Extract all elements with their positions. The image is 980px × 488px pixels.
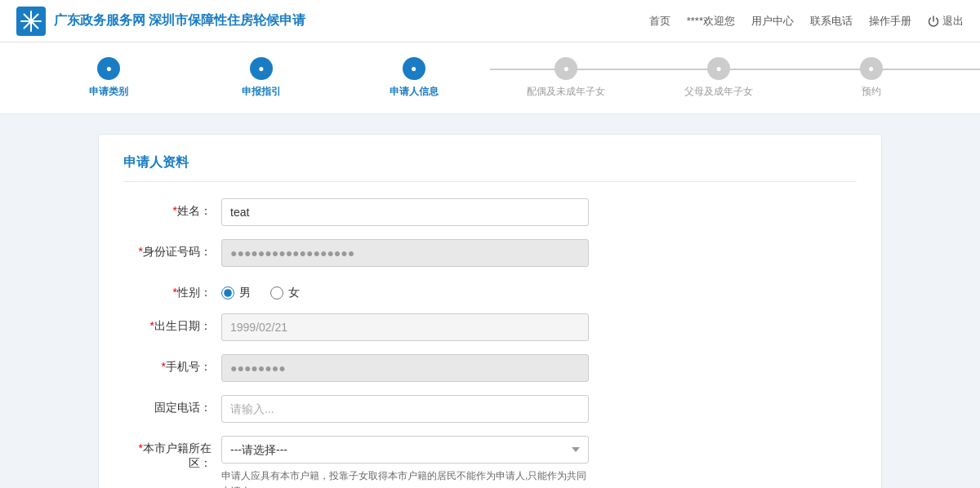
header-nav: 首页 ****欢迎您 用户中心 联系电话 操作手册 退出: [649, 14, 964, 29]
logout-button[interactable]: 退出: [928, 14, 964, 29]
id-label: *身份证号码：: [123, 239, 221, 260]
step-1-label: 申请类别: [89, 85, 128, 99]
step-2: ● 申报指引: [185, 57, 338, 99]
form-card: 申请人资料 *姓名： *身份证号码： *性别：: [98, 134, 882, 488]
step-6: ● 预约: [795, 57, 947, 99]
birth-required-star: *: [150, 319, 154, 332]
birth-row: *出生日期：: [123, 313, 857, 341]
name-label: *姓名：: [123, 198, 221, 219]
phone-input[interactable]: [221, 354, 589, 382]
phone-control: [221, 354, 589, 382]
step-3: ● 申请人信息: [337, 57, 490, 99]
district-hint: 申请人应具有本市户籍，投靠子女取得本市户籍的居民不能作为申请人,只能作为共同申请…: [221, 468, 589, 488]
district-control: ---请选择--- 申请人应具有本市户籍，投靠子女取得本市户籍的居民不能作为申请…: [221, 436, 589, 488]
district-label: *本市户籍所在区：: [123, 436, 221, 471]
name-control: [221, 198, 589, 226]
nav-home[interactable]: 首页: [649, 14, 670, 29]
nav-contact[interactable]: 联系电话: [810, 14, 853, 29]
gender-label: *性别：: [123, 280, 221, 300]
step-6-circle: ●: [860, 57, 883, 80]
stepper-bar: ● 申请类别 ● 申报指引 ● 申请人信息 ● 配偶及未成年子女 ● 父母及成年…: [0, 42, 980, 114]
landline-control: [221, 395, 589, 423]
district-select[interactable]: ---请选择---: [221, 436, 589, 464]
gender-female-radio[interactable]: [270, 286, 283, 299]
phone-row: *手机号：: [123, 354, 857, 382]
name-row: *姓名：: [123, 198, 857, 226]
phone-required-star: *: [162, 360, 166, 373]
step-5-circle: ●: [707, 57, 730, 80]
district-row: *本市户籍所在区： ---请选择--- 申请人应具有本市户籍，投靠子女取得本市户…: [123, 436, 857, 488]
step-2-circle: ●: [250, 57, 273, 80]
landline-input[interactable]: [221, 395, 589, 423]
gender-female-label: 女: [288, 286, 300, 300]
birth-label: *出生日期：: [123, 313, 221, 334]
gender-male-label: 男: [239, 286, 251, 300]
step-1-circle: ●: [97, 57, 120, 80]
gender-control: 男 女: [221, 280, 589, 300]
landline-label: 固定电话：: [123, 395, 221, 415]
power-icon: [928, 16, 939, 27]
id-control: [221, 239, 589, 267]
gender-row: *性别： 男 女: [123, 280, 857, 300]
birth-input[interactable]: [221, 313, 589, 341]
header-title: 广东政务服务网 深圳市保障性住房轮候申请: [54, 12, 305, 29]
nav-user-center[interactable]: 用户中心: [751, 14, 794, 29]
gender-required-star: *: [173, 286, 177, 299]
main-content: 申请人资料 *姓名： *身份证号码： *性别：: [0, 114, 980, 488]
id-input[interactable]: [221, 239, 589, 267]
nav-manual[interactable]: 操作手册: [869, 14, 911, 29]
gender-male-radio[interactable]: [221, 286, 234, 299]
header-left: 广东政务服务网 深圳市保障性住房轮候申请: [16, 7, 305, 36]
gender-female-option[interactable]: 女: [270, 286, 300, 300]
id-row: *身份证号码：: [123, 239, 857, 267]
step-4-circle: ●: [555, 57, 577, 80]
step-5-label: 父母及成年子女: [684, 85, 753, 99]
birth-control: [221, 313, 589, 341]
district-required-star: *: [139, 441, 143, 455]
step-3-label: 申请人信息: [390, 85, 439, 99]
svg-point-5: [29, 19, 33, 24]
header: 广东政务服务网 深圳市保障性住房轮候申请 首页 ****欢迎您 用户中心 联系电…: [0, 0, 980, 42]
step-4: ● 配偶及未成年子女: [490, 57, 643, 99]
step-2-label: 申报指引: [242, 85, 281, 99]
gender-radio-group: 男 女: [221, 280, 589, 300]
name-required-star: *: [173, 204, 177, 217]
step-5: ● 父母及成年子女: [643, 57, 795, 99]
name-input[interactable]: [221, 198, 589, 226]
stepper: ● 申请类别 ● 申报指引 ● 申请人信息 ● 配偶及未成年子女 ● 父母及成年…: [33, 57, 947, 99]
logo-icon: [16, 7, 46, 36]
step-4-label: 配偶及未成年子女: [527, 85, 605, 99]
id-required-star: *: [139, 245, 143, 258]
nav-welcome: ****欢迎您: [687, 14, 735, 29]
step-1: ● 申请类别: [33, 57, 185, 99]
phone-label: *手机号：: [123, 354, 221, 375]
gender-male-option[interactable]: 男: [221, 286, 251, 300]
step-6-label: 预约: [862, 85, 881, 99]
landline-row: 固定电话：: [123, 395, 857, 423]
form-card-title: 申请人资料: [123, 154, 857, 182]
step-3-circle: ●: [403, 57, 425, 80]
